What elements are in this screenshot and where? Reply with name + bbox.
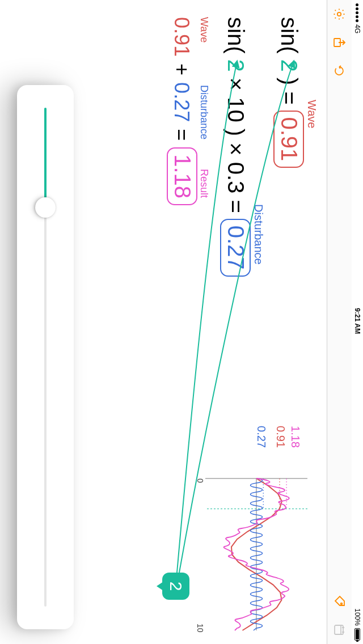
svg-point-2 [341,603,343,605]
disturbance-label-2: Disturbance [197,85,210,139]
undo-button[interactable] [332,63,347,78]
x-tick-left: 0 [197,478,205,483]
chart-label-result: 1.18 [289,426,302,448]
plus-sign: + [170,63,194,75]
slider-fill [44,108,47,207]
tag-icon [333,595,347,608]
dist-value[interactable]: 0.27 [220,219,251,277]
battery-icon [354,628,360,641]
wave-var[interactable]: 2 [276,59,303,71]
battery-pct: 100% [353,608,361,626]
slider-thumb[interactable] [35,197,56,218]
chart[interactable]: 1.18 0.91 0.27 2 -2 0 10 [197,475,313,634]
carrier-label: 4G [353,24,361,33]
equations-block: Wave sin( 2 ) = 0.91 Disturbance sin( 2 … [155,14,304,277]
wave-expr-post: ) = [276,78,303,105]
content-area: Wave sin( 2 ) = 0.91 Disturbance sin( 2 … [0,0,327,644]
toolbar [327,0,352,644]
svg-rect-3 [335,625,344,634]
disturbance-equation-row[interactable]: Disturbance sin( 2 × 10 ) × 0.3 = 0.27 [220,17,251,277]
wave-expr-pre: sin( [276,17,303,53]
dist-expr-pre: sin( [222,17,250,53]
result-value[interactable]: 1.18 [167,147,197,205]
clock: 9:21 AM [353,308,361,334]
calendar-button[interactable] [332,622,347,637]
chart-svg: 2 -2 0 10 [197,475,313,634]
disturbance-label: Disturbance [252,204,265,265]
dist-value-2: 0.27 [170,82,194,122]
share-icon [333,36,347,49]
eq-sign: = [170,129,194,141]
tag-button[interactable] [332,594,347,609]
share-button[interactable] [332,35,347,50]
variable-value-bubble[interactable]: 2 [162,573,189,600]
variable-slider[interactable] [44,108,47,607]
x-tick-right: 10 [197,624,205,633]
svg-point-0 [337,12,341,16]
chart-label-wave: 0.91 [274,426,287,448]
status-bar: 4G 9:21 AM 100% [352,0,363,644]
result-label: Result [197,169,210,198]
chart-label-dist: 0.27 [255,426,268,448]
wave-equation-row[interactable]: Wave sin( 2 ) = 0.91 [273,17,304,277]
dist-expr-mid: × 10 ) × 0.3 = [222,78,250,213]
result-equation-row[interactable]: Wave 0.91 + Disturbance 0.27 = Result 1.… [167,17,197,277]
undo-icon [333,64,347,78]
slider-panel [17,85,74,629]
calendar-icon [333,623,347,637]
dist-var[interactable]: 2 [222,59,250,71]
wave-label-2: Wave [197,17,210,43]
wave-value-2: 0.91 [170,17,194,57]
gear-icon [333,7,347,21]
wave-label: Wave [305,100,319,128]
signal-dots-icon [356,3,359,22]
settings-button[interactable] [332,7,347,22]
wave-value[interactable]: 0.91 [273,111,304,168]
